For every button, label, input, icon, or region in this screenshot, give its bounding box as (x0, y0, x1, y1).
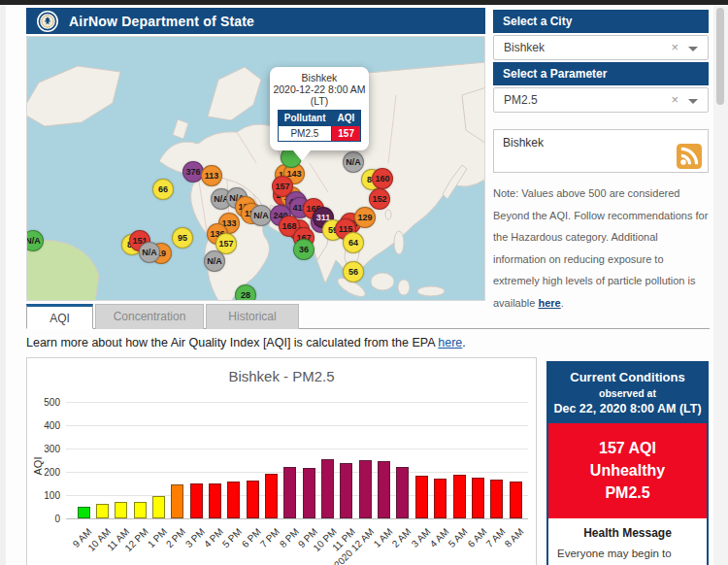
chart-y-tick-label: 400 (31, 420, 60, 431)
note-text: Note: Values above 500 are considered Be… (493, 187, 708, 309)
tab-concentration[interactable]: Concentration (95, 304, 204, 329)
aqi-bar[interactable] (115, 502, 127, 518)
chart-y-tick-label: 500 (31, 397, 60, 408)
chart-y-tick-label: 100 (31, 490, 60, 501)
aqi-bar[interactable] (134, 502, 147, 518)
popup-table: Pollutant AQI PM2.5 157 (278, 110, 362, 142)
aqi-map-marker[interactable]: 56 (343, 261, 364, 282)
aqi-map-marker[interactable]: 66 (152, 179, 174, 200)
aqi-bar[interactable] (396, 467, 409, 518)
popup-city: Bishkek (270, 72, 369, 83)
aqi-bar[interactable] (171, 484, 183, 518)
parameter-select-value: PM2.5 (504, 93, 538, 107)
aqi-bar[interactable] (340, 463, 352, 518)
aqi-bar[interactable] (472, 478, 484, 518)
aqi-bar[interactable] (247, 481, 259, 518)
aqi-map-marker[interactable]: N/A (204, 250, 225, 272)
world-map-tiles (27, 37, 485, 301)
parameter-select[interactable]: PM2.5 × (493, 87, 709, 113)
window-edge (0, 0, 728, 5)
cc-observed: observed at (552, 387, 703, 399)
app-title: AirNow Department of State (69, 14, 254, 29)
scrollbar-thumb[interactable] (716, 8, 724, 105)
popup-pointer (293, 150, 311, 161)
aqi-bar[interactable] (96, 504, 109, 518)
aqi-bar[interactable] (378, 461, 390, 518)
aqi-bar[interactable] (303, 468, 315, 518)
learn-more-prefix: Learn more about how the Air Quality Ind… (26, 336, 438, 349)
current-conditions-header: Current Conditions observed at Dec 22, 2… (548, 363, 707, 423)
aqi-bar[interactable] (453, 475, 466, 518)
parameter-caret-icon[interactable] (688, 99, 698, 104)
chart-gridline (66, 449, 528, 449)
city-clear-icon[interactable]: × (671, 36, 678, 59)
aqi-bar[interactable] (227, 482, 240, 518)
map-popup[interactable]: Bishkek 2020-12-22 8:00 AM (LT) Pollutan… (270, 67, 369, 150)
aqi-map-marker[interactable]: 160 (372, 168, 393, 189)
aqi-bar[interactable] (265, 474, 278, 518)
chart-title: Bishkek - PM2.5 (27, 368, 536, 384)
aqi-bar[interactable] (321, 459, 334, 518)
popup-col-aqi: AQI (332, 111, 361, 126)
popup-timezone: (LT) (270, 95, 369, 107)
popup-pollutant-value: PM2.5 (278, 126, 331, 142)
aqi-bar[interactable] (78, 507, 90, 518)
tab-aqi[interactable]: AQI (26, 304, 93, 329)
aqi-map-marker[interactable]: 129 (354, 207, 376, 228)
aqi-world-map[interactable]: N/A66376113N/AN/A127111N/A13313615795N/A… (26, 36, 485, 301)
city-caret-icon[interactable] (688, 47, 698, 51)
cc-category: Unhealthy (552, 459, 703, 482)
chart-gridline (66, 472, 528, 473)
select-city-header: Select a City (493, 10, 709, 33)
city-select-value: Bishkek (504, 41, 545, 54)
city-select[interactable]: Bishkek × (493, 35, 709, 60)
chart-gridline (66, 425, 528, 426)
popup-datetime: 2020-12-22 8:00 AM (270, 83, 369, 95)
aqi-map-marker[interactable]: 113 (201, 165, 222, 186)
chart-y-tick-label: 300 (31, 444, 60, 454)
cc-datetime: Dec 22, 2020 8:00 AM (LT) (552, 402, 703, 415)
aqi-map-marker[interactable]: 95 (172, 227, 193, 249)
aqi-map-marker[interactable]: N/A (250, 205, 272, 226)
aqi-chart-panel: Bishkek - PM2.5 AQI 01002003004005009 AM… (26, 357, 537, 565)
aqi-bar[interactable] (209, 483, 221, 518)
parameter-clear-icon[interactable]: × (671, 88, 678, 112)
aqi-bar[interactable] (434, 479, 447, 518)
note-here-link[interactable]: here (538, 297, 560, 309)
aqi-map-marker[interactable]: 36 (293, 239, 314, 260)
aqi-bar[interactable] (190, 483, 203, 518)
feed-box: Bishkek (493, 129, 709, 173)
aqi-map-marker[interactable]: 64 (343, 232, 364, 253)
aqi-bar[interactable] (415, 476, 428, 518)
chart-gridline (66, 402, 528, 403)
cc-health-title: Health Message (557, 526, 698, 540)
scrollbar[interactable] (713, 5, 728, 565)
cc-health-message: Health Message Everyone may begin to exp… (548, 518, 707, 565)
aqi-map-marker[interactable]: 28 (235, 284, 256, 301)
airnow-dos-page: AirNow Department of State (0, 0, 728, 565)
aqi-map-marker[interactable]: N/A (139, 242, 160, 263)
rss-icon[interactable] (677, 144, 702, 169)
tab-historical[interactable]: Historical (206, 304, 299, 329)
popup-aqi-value: 157 (332, 126, 361, 142)
app-header: AirNow Department of State (26, 8, 485, 34)
beyond-aqi-note: Note: Values above 500 are considered Be… (493, 183, 711, 314)
select-parameter-header: Select a Parameter (493, 62, 709, 85)
note-suffix: . (561, 297, 564, 309)
cc-title: Current Conditions (552, 370, 703, 384)
aqi-bar[interactable] (283, 467, 296, 518)
chart-y-tick-label: 0 (31, 514, 60, 524)
cc-aqi-block: 157 AQI Unhealthy PM2.5 (548, 423, 707, 518)
aqi-map-marker[interactable]: N/A (343, 151, 364, 173)
aqi-map-marker[interactable]: 152 (369, 188, 390, 210)
popup-col-pollutant: Pollutant (278, 111, 331, 126)
cc-health-text: Everyone may begin to experience health … (557, 545, 698, 565)
cc-pollutant: PM2.5 (552, 482, 703, 504)
epa-link[interactable]: here (438, 336, 462, 349)
chart-y-tick-label: 200 (31, 467, 60, 478)
aqi-bar[interactable] (152, 496, 165, 518)
aqi-bar[interactable] (490, 480, 503, 518)
aqi-bar[interactable] (510, 482, 522, 518)
feed-city-label: Bishkek (503, 136, 544, 150)
aqi-bar[interactable] (359, 460, 372, 518)
